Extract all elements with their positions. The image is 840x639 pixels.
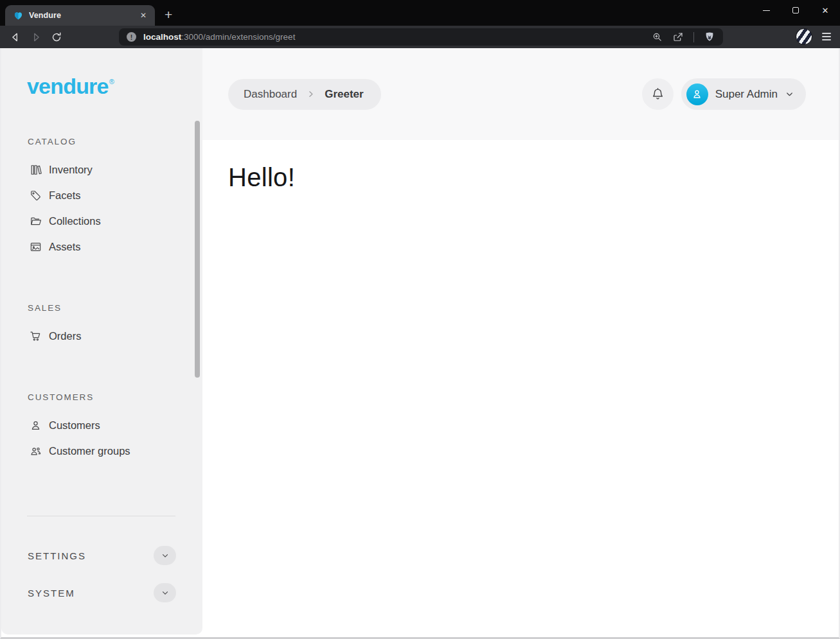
- breadcrumb-dashboard-link[interactable]: Dashboard: [244, 88, 297, 101]
- maximize-icon: [792, 7, 799, 13]
- sidebar-divider: [27, 516, 175, 516]
- breadcrumb: Dashboard Greeter: [228, 79, 381, 110]
- section-label-catalog: CATALOG: [28, 137, 202, 146]
- sidebar-item-label: Facets: [49, 189, 81, 202]
- forward-icon: [30, 31, 42, 43]
- sidebar-item-customer-groups[interactable]: Customer groups: [1, 438, 202, 464]
- header-actions: Super Admin: [642, 78, 806, 110]
- sidebar-section-system: SYSTEM: [28, 582, 176, 604]
- sidebar-item-inventory[interactable]: Inventory: [1, 157, 202, 182]
- section-label-system: SYSTEM: [28, 588, 75, 599]
- vendure-favicon-heart-icon: [13, 11, 23, 21]
- browser-toolbar: ! localhost:3000/admin/extensions/greet: [0, 26, 840, 48]
- sidebar-item-customers[interactable]: Customers: [1, 412, 202, 438]
- minimize-icon: [763, 10, 770, 11]
- minimize-button[interactable]: [751, 0, 781, 21]
- chevron-down-icon: [161, 551, 170, 560]
- brave-shield-icon[interactable]: [704, 31, 715, 43]
- address-bar[interactable]: ! localhost:3000/admin/extensions/greet: [119, 28, 723, 46]
- urlbar-actions: [652, 31, 715, 43]
- url-text: localhost:3000/admin/extensions/greet: [143, 32, 652, 42]
- sidebar-item-label: Customers: [49, 419, 100, 432]
- url-host: localhost: [143, 32, 181, 42]
- back-icon: [10, 31, 21, 43]
- section-label-customers: CUSTOMERS: [28, 392, 202, 402]
- user-menu-button[interactable]: Super Admin: [681, 78, 806, 110]
- sidebar-item-label: Assets: [49, 241, 81, 253]
- library-icon: [30, 164, 42, 176]
- bell-icon: [650, 87, 665, 101]
- user-avatar: [686, 83, 708, 105]
- user-name: Super Admin: [715, 88, 778, 101]
- sidebar-scrollbar-thumb[interactable]: [195, 121, 200, 378]
- tab-title: Vendure: [29, 11, 138, 20]
- settings-expand-button[interactable]: [154, 546, 176, 565]
- main-header: Dashboard Greeter Super Admin: [202, 48, 839, 140]
- sidebar-item-orders[interactable]: Orders: [1, 323, 202, 349]
- sidebar-item-label: Inventory: [49, 164, 93, 176]
- share-icon[interactable]: [672, 31, 684, 43]
- sidebar-item-label: Collections: [49, 215, 101, 227]
- tab-close-icon[interactable]: ✕: [138, 10, 149, 21]
- divider: [693, 32, 694, 42]
- user-icon: [30, 419, 42, 432]
- sidebar-item-facets[interactable]: Facets: [1, 182, 202, 208]
- section-label-settings: SETTINGS: [28, 550, 86, 561]
- vendure-admin-app: vendure® CATALOG Inventory Facets Collec…: [0, 48, 840, 639]
- reload-icon: [51, 31, 62, 43]
- chevron-right-icon: [307, 90, 315, 98]
- sidebar-section-settings: SETTINGS: [28, 545, 176, 566]
- close-button[interactable]: ✕: [810, 0, 840, 21]
- profile-avatar[interactable]: [796, 28, 812, 45]
- browser-tab-vendure[interactable]: Vendure ✕: [5, 5, 155, 26]
- notifications-button[interactable]: [642, 78, 674, 110]
- user-icon: [691, 88, 703, 100]
- browser-menu-button[interactable]: [821, 31, 832, 42]
- browser-window: Vendure ✕ + ✕ ! localhost:3000/admin/ext…: [0, 0, 840, 639]
- maximize-button[interactable]: [781, 0, 810, 21]
- sidebar-item-collections[interactable]: Collections: [1, 208, 202, 234]
- nav-section-catalog: CATALOG Inventory Facets Collections: [1, 137, 202, 259]
- nav-section-customers: CUSTOMERS Customers Customer groups: [1, 392, 202, 464]
- chevron-down-icon: [161, 588, 170, 597]
- chevron-down-icon: [785, 89, 794, 99]
- new-tab-button[interactable]: +: [165, 8, 172, 21]
- sidebar: vendure® CATALOG Inventory Facets Collec…: [1, 48, 202, 635]
- tag-icon: [30, 189, 42, 202]
- system-expand-button[interactable]: [154, 583, 176, 602]
- logo-registered-mark: ®: [109, 78, 114, 85]
- sidebar-item-assets[interactable]: Assets: [1, 234, 202, 259]
- forward-button[interactable]: [28, 29, 44, 46]
- cart-icon: [30, 330, 42, 342]
- folder-icon: [30, 215, 42, 227]
- back-button[interactable]: [7, 29, 24, 46]
- main-area: Dashboard Greeter Super Admin: [202, 48, 839, 637]
- vendure-logo[interactable]: vendure®: [27, 75, 202, 97]
- section-label-sales: SALES: [28, 303, 202, 313]
- window-controls: ✕: [751, 0, 840, 21]
- sidebar-item-label: Orders: [49, 330, 81, 342]
- nav-section-sales: SALES Orders: [1, 303, 202, 349]
- browser-titlebar: Vendure ✕ + ✕: [0, 0, 840, 26]
- image-icon: [30, 241, 42, 253]
- zoom-icon[interactable]: [652, 31, 663, 42]
- site-info-icon[interactable]: !: [127, 32, 136, 42]
- hamburger-icon: [822, 33, 831, 34]
- breadcrumb-current: Greeter: [325, 88, 363, 101]
- users-icon: [30, 445, 42, 457]
- page-content: Hello!: [202, 140, 839, 215]
- reload-button[interactable]: [48, 29, 65, 46]
- url-path: :3000/admin/extensions/greet: [181, 32, 295, 42]
- logo-text: vendure: [27, 74, 109, 98]
- sidebar-item-label: Customer groups: [49, 445, 130, 457]
- page-heading: Hello!: [228, 163, 813, 192]
